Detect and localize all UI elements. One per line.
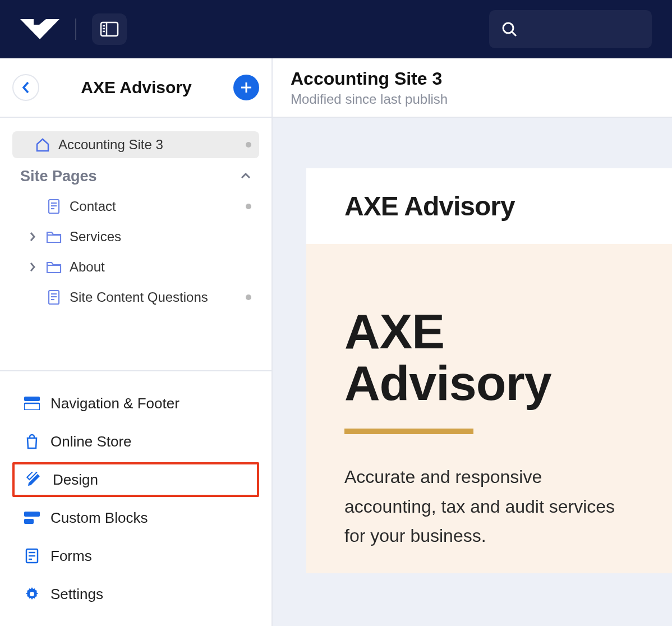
svg-rect-19 (24, 397, 40, 401)
tree-item[interactable]: Services (12, 223, 259, 250)
tree-root-item[interactable]: Accounting Site 3 (12, 131, 259, 158)
sidebar-header: AXE Advisory (0, 58, 271, 118)
nav-item-label: Settings (50, 586, 103, 603)
nav-item-custom-blocks[interactable]: Custom Blocks (12, 500, 259, 535)
tree-item-label: About (70, 259, 105, 275)
svg-point-5 (503, 23, 513, 33)
svg-rect-22 (24, 512, 40, 517)
hero-text: Accurate and responsive accounting, tax … (344, 462, 634, 551)
chevron-right-icon (27, 262, 38, 272)
nav-item-label: Online Store (50, 433, 132, 450)
preview-title: Accounting Site 3 (291, 68, 654, 89)
chevron-left-icon (22, 81, 30, 94)
panel-icon (100, 21, 119, 37)
chevron-right-icon (27, 232, 38, 242)
folder-icon (46, 260, 62, 274)
search-icon (501, 21, 517, 37)
folder-icon (46, 230, 62, 243)
nav-item-label: Custom Blocks (50, 509, 148, 527)
tree-item-label: Site Content Questions (70, 289, 208, 305)
gear-icon (24, 586, 40, 602)
preview-body: AXE Advisory AXE Advisory Accurate and r… (273, 118, 672, 626)
tree-item[interactable]: About (12, 254, 259, 280)
back-button[interactable] (12, 74, 39, 101)
tree-section-label: Site Pages (20, 168, 97, 185)
tree-section-site-pages[interactable]: Site Pages (12, 163, 259, 190)
nav-item-navigation-footer[interactable]: Navigation & Footer (12, 386, 259, 421)
site-hero: AXE Advisory Accurate and responsive acc… (306, 244, 672, 573)
home-icon (35, 137, 50, 153)
topbar (0, 0, 672, 58)
nav-item-design[interactable]: Design (12, 462, 259, 497)
add-button[interactable] (233, 75, 259, 100)
nav-item-online-store[interactable]: Online Store (12, 424, 259, 459)
nav-item-forms[interactable]: Forms (12, 538, 259, 573)
topbar-left (20, 13, 127, 45)
blocks-icon (24, 512, 40, 524)
svg-rect-20 (24, 403, 40, 410)
bottom-nav: Navigation & FooterOnline StoreDesignCus… (0, 371, 271, 626)
page-tree: Accounting Site 3 Site Pages ContactServ… (0, 118, 271, 371)
topbar-divider (75, 19, 76, 40)
sidebar-title: AXE Advisory (49, 78, 223, 97)
form-icon (24, 548, 40, 564)
hero-title: AXE Advisory (344, 306, 634, 409)
chevron-up-icon (240, 172, 251, 180)
site-brand: AXE Advisory (344, 191, 634, 222)
page-icon (46, 289, 62, 305)
nav-item-label: Forms (50, 547, 92, 565)
nav-item-label: Navigation & Footer (50, 395, 179, 412)
layout-icon (24, 397, 40, 410)
bag-icon (24, 434, 40, 449)
preview-subtitle: Modified since last publish (291, 91, 654, 107)
search-box[interactable] (489, 10, 652, 48)
nav-item-label: Design (53, 471, 98, 489)
plus-icon (240, 81, 252, 94)
svg-rect-23 (24, 519, 34, 524)
brand-logo[interactable] (20, 19, 59, 39)
site-navbar: AXE Advisory (306, 168, 672, 244)
tree-item[interactable]: Contact (12, 193, 259, 220)
sidebar: AXE Advisory Accounting Site 3 Site Page… (0, 58, 273, 626)
page-icon (46, 199, 62, 214)
tree-item[interactable]: Site Content Questions (12, 284, 259, 311)
nav-item-settings[interactable]: Settings (12, 577, 259, 611)
preview-header: Accounting Site 3 Modified since last pu… (273, 58, 672, 118)
tree-item-label: Contact (70, 199, 116, 214)
tree-item-label: Accounting Site 3 (58, 137, 163, 153)
hero-rule (344, 429, 473, 434)
panel-toggle-button[interactable] (92, 13, 127, 45)
preview-pane: Accounting Site 3 Modified since last pu… (273, 58, 672, 626)
svg-point-28 (30, 592, 34, 596)
modified-dot (246, 204, 251, 209)
modified-dot (246, 142, 251, 148)
pencil-ruler-icon (26, 472, 43, 487)
modified-dot (246, 294, 251, 300)
main: AXE Advisory Accounting Site 3 Site Page… (0, 58, 672, 626)
tree-item-label: Services (70, 229, 121, 245)
svg-line-6 (512, 32, 516, 36)
